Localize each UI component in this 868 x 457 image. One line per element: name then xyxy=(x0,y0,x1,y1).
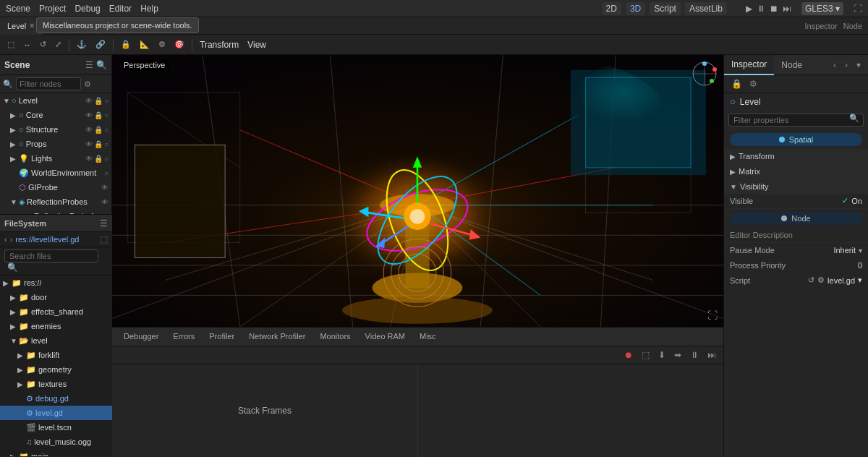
sec-btn-9[interactable]: ⚙ xyxy=(156,38,169,51)
fs-item-level-ogg[interactable]: ♫ level_music.ogg xyxy=(0,435,112,449)
step-btn[interactable]: ⏭ xyxy=(783,4,791,14)
debug-step-into-btn[interactable]: ⬇ xyxy=(655,349,668,362)
sec-btn-10[interactable]: 🎯 xyxy=(171,38,187,51)
menu-scene[interactable]: Scene xyxy=(6,4,30,14)
play-btn[interactable]: ▶ xyxy=(746,4,752,14)
filter-properties-input[interactable] xyxy=(728,114,864,127)
view-label[interactable]: View xyxy=(244,40,269,50)
tree-item-giprobe[interactable]: ⬡ GIProbe 👁 xyxy=(0,180,111,195)
mode-2d-btn[interactable]: 2D xyxy=(602,2,621,15)
fs-item-main[interactable]: ▶ 📁 main xyxy=(0,449,112,456)
debug-skip-btn[interactable]: ⏭ xyxy=(705,349,719,362)
matrix-header[interactable]: ▶ Matrix xyxy=(724,164,868,179)
fs-item-level-tscn[interactable]: 🎬 level.tscn xyxy=(0,420,112,435)
debug-step-over-btn[interactable]: ➡ xyxy=(671,349,684,362)
viewport-3d[interactable]: Perspective xyxy=(112,55,723,327)
filter-properties-row: 🔍 xyxy=(724,111,868,130)
menu-help[interactable]: Help xyxy=(140,4,158,14)
expand-btn[interactable]: ⛶ xyxy=(854,4,862,14)
tab-monitors[interactable]: Monitors xyxy=(312,328,357,346)
debug-pause-btn[interactable]: ⏸ xyxy=(687,349,702,362)
sec-btn-5[interactable]: ⚓ xyxy=(74,38,90,51)
sec-btn-6[interactable]: 🔗 xyxy=(93,38,109,51)
script-filename[interactable]: level.gd xyxy=(827,276,855,285)
tab-debugger[interactable]: Debugger xyxy=(116,328,166,346)
pause-mode-select[interactable]: Inherit ▾ xyxy=(833,246,862,255)
fs-item-debug-gd[interactable]: ⚙ debug.gd xyxy=(0,391,112,406)
fs-item-effects[interactable]: ▶ 📁 effects_shared xyxy=(0,304,112,319)
tree-item-reflectionprobes[interactable]: ▼ ◈ ReflectionProbes 👁 xyxy=(0,195,111,209)
inspector-tab[interactable]: Inspector xyxy=(724,55,774,75)
pause-btn[interactable]: ⏸ xyxy=(757,4,765,14)
script-refresh-icon[interactable]: ↺ xyxy=(808,276,814,285)
spatial-badge[interactable]: Spatial xyxy=(730,133,862,146)
filter-options-icon[interactable]: ⚙ xyxy=(84,80,91,89)
fs-forward-btn[interactable]: › xyxy=(10,235,13,244)
inspector-forward-btn[interactable]: › xyxy=(842,59,851,72)
inspector-tab-top[interactable]: Inspector xyxy=(804,22,837,30)
fs-item-res[interactable]: ▶ 📁 res:// xyxy=(0,276,112,290)
visibility-header[interactable]: ▼ Visibility xyxy=(724,179,868,194)
mode-assetlib-btn[interactable]: AssetLib xyxy=(685,2,727,15)
tab-misc[interactable]: Misc xyxy=(412,328,443,346)
nav-cube[interactable] xyxy=(692,61,718,87)
menu-project[interactable]: Project xyxy=(39,4,66,14)
sec-btn-2[interactable]: ↔ xyxy=(20,39,34,51)
stop-btn[interactable]: ⏹ xyxy=(770,4,778,14)
fs-back-btn[interactable]: ‹ xyxy=(4,235,7,244)
visible-value-badge[interactable]: ✓ On xyxy=(842,196,862,205)
scene-settings-icon[interactable]: ☰ xyxy=(85,60,93,70)
close-tab-level[interactable]: ✕ xyxy=(29,22,35,30)
tree-item-worldenv[interactable]: 🌍 WorldEnvironment ○ xyxy=(0,166,111,180)
fs-item-textures[interactable]: ▶ 📁 textures xyxy=(0,377,112,391)
mode-script-btn[interactable]: Script xyxy=(650,2,681,15)
fs-item-geometry[interactable]: ▶ 📁 geometry xyxy=(0,362,112,377)
fs-menu-icon[interactable]: ☰ xyxy=(100,218,108,228)
scene-filter-icon[interactable]: 🔍 xyxy=(96,60,107,70)
tab-profiler[interactable]: Profiler xyxy=(202,328,242,346)
fs-collapse-icon[interactable]: ⬚ xyxy=(100,234,108,244)
tab-errors[interactable]: Errors xyxy=(166,328,202,346)
mode-3d-btn[interactable]: 3D xyxy=(626,2,645,15)
inspector-lock-btn[interactable]: 🔒 xyxy=(728,77,745,90)
gles-badge[interactable]: GLES3 ▾ xyxy=(801,2,843,15)
sec-btn-7[interactable]: 🔒 xyxy=(118,38,134,51)
sec-btn-1[interactable]: ⬚ xyxy=(4,38,17,51)
tree-item-props[interactable]: ▶ ○ Props 👁 🔒 ○ xyxy=(0,137,111,151)
node-tab-top[interactable]: Node xyxy=(843,22,862,30)
sec-btn-4[interactable]: ⤢ xyxy=(52,38,64,51)
transform-label[interactable]: Transform xyxy=(197,40,242,50)
fs-search-input[interactable] xyxy=(4,249,98,262)
tree-item-structure[interactable]: ▶ ○ Structure 👁 🔒 ○ xyxy=(0,122,111,137)
tree-item-probe1[interactable]: ◈ ReflectionProbe1 👁 xyxy=(0,209,111,214)
tab-video-ram[interactable]: Video RAM xyxy=(358,328,412,346)
tree-item-level[interactable]: ▼ ○ Level 👁 🔒 ○ xyxy=(0,93,111,108)
sec-btn-8[interactable]: 📐 xyxy=(137,38,153,51)
inspector-filter-btn[interactable]: ⚙ xyxy=(746,77,760,90)
filter-nodes-input[interactable] xyxy=(16,77,81,90)
transform-header[interactable]: ▶ Transform xyxy=(724,149,868,163)
fs-item-level-gd[interactable]: ⚙ level.gd xyxy=(0,406,112,420)
inspector-back-btn[interactable]: ‹ xyxy=(830,59,839,72)
fs-title: FileSystem xyxy=(4,219,46,228)
transform-section: ▶ Transform xyxy=(724,149,868,164)
fs-item-level[interactable]: ▼ 📂 level xyxy=(0,333,112,348)
menu-editor[interactable]: Editor xyxy=(109,4,132,14)
debug-record-btn[interactable]: ⏺ xyxy=(621,349,636,362)
viewport-expand-icon[interactable]: ⛶ xyxy=(707,309,718,321)
stack-frames-label: Stack Frames xyxy=(229,400,300,422)
sec-btn-3[interactable]: ↺ xyxy=(37,38,49,51)
fs-item-forklift[interactable]: ▶ 📁 forklift xyxy=(0,348,112,362)
fs-item-enemies[interactable]: ▶ 📁 enemies xyxy=(0,319,112,333)
tree-item-core[interactable]: ▶ ○ Core 👁 🔒 ○ xyxy=(0,108,111,122)
tab-network-profiler[interactable]: Network Profiler xyxy=(242,328,312,346)
debug-copy-btn[interactable]: ⬚ xyxy=(639,349,652,362)
script-edit-icon[interactable]: ⚙ xyxy=(817,276,825,285)
tree-item-lights[interactable]: ▶ 💡 Lights 👁 🔒 ○ xyxy=(0,151,111,166)
fs-search-icon[interactable]: 🔍 xyxy=(7,262,18,273)
node-tab[interactable]: Node xyxy=(774,55,809,75)
bottom-tabs: Debugger Errors Profiler Network Profile… xyxy=(112,328,723,346)
fs-item-door[interactable]: ▶ 📁 door xyxy=(0,290,112,304)
inspector-history-btn[interactable]: ▾ xyxy=(854,59,864,72)
menu-debug[interactable]: Debug xyxy=(75,4,100,14)
